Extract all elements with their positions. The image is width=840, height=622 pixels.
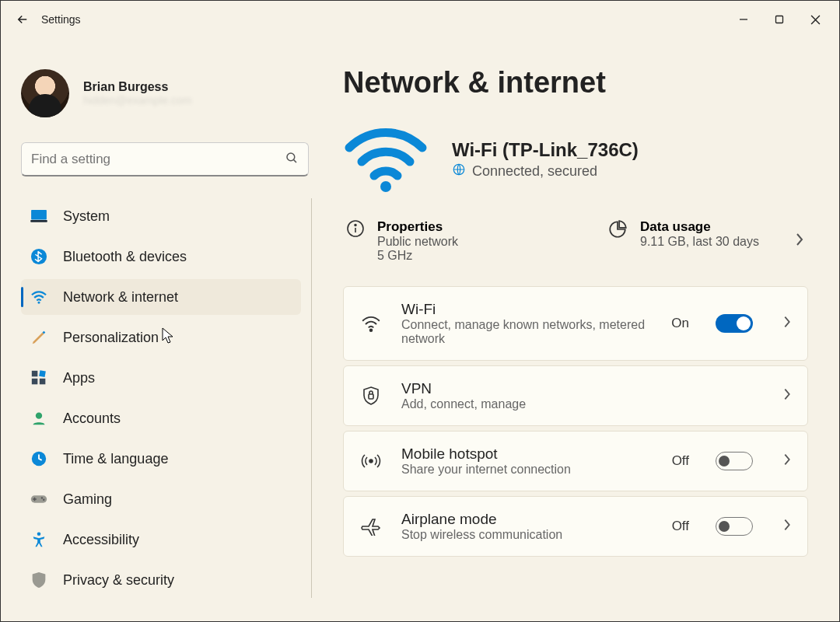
network-status: Connected, secured [472, 163, 597, 180]
avatar [21, 69, 69, 117]
personalization-icon [30, 329, 47, 346]
back-button[interactable] [7, 4, 38, 35]
wifi-large-icon [343, 124, 429, 194]
svg-point-18 [380, 181, 391, 192]
sidebar-item-label: Personalization [63, 330, 159, 346]
current-network: Wi-Fi (TP-Link_736C) Connected, secured [343, 124, 808, 194]
globe-icon [452, 162, 466, 180]
card-title: Mobile hotspot [401, 446, 653, 463]
card-title: VPN [401, 380, 764, 397]
svg-rect-9 [39, 370, 46, 377]
toggle-label: On [671, 316, 689, 331]
card-hotspot[interactable]: Mobile hotspot Share your internet conne… [343, 431, 808, 491]
sidebar-item-label: Apps [63, 370, 95, 386]
system-icon [30, 208, 47, 225]
accessibility-icon [30, 531, 47, 548]
sidebar-item-bluetooth[interactable]: Bluetooth & devices [21, 239, 301, 274]
sidebar-item-privacy[interactable]: Privacy & security [21, 562, 301, 598]
card-sub: Stop wireless communication [401, 528, 653, 542]
svg-point-22 [355, 225, 356, 226]
shield-lock-icon [359, 386, 383, 406]
svg-rect-10 [32, 379, 38, 385]
data-usage-line: 9.11 GB, last 30 days [640, 235, 759, 249]
card-airplane[interactable]: Airplane mode Stop wireless communicatio… [343, 496, 808, 557]
close-button[interactable] [797, 7, 833, 32]
svg-line-3 [294, 159, 296, 162]
svg-point-12 [36, 413, 42, 419]
chevron-right-icon[interactable] [782, 518, 792, 535]
hotspot-toggle[interactable] [716, 452, 753, 470]
chevron-right-icon[interactable] [794, 232, 805, 250]
hotspot-icon [359, 453, 383, 470]
search-input[interactable] [31, 152, 285, 167]
search-icon [285, 151, 299, 168]
sidebar-item-label: Bluetooth & devices [63, 249, 187, 265]
chevron-right-icon[interactable] [782, 315, 792, 332]
card-wifi[interactable]: Wi-Fi Connect, manage known networks, me… [343, 286, 808, 361]
chevron-right-icon[interactable] [782, 453, 792, 470]
svg-point-17 [37, 532, 41, 536]
card-vpn[interactable]: VPN Add, connect, manage [343, 365, 808, 426]
window-title: Settings [41, 13, 81, 26]
svg-point-23 [370, 329, 373, 331]
toggle-label: Off [672, 519, 689, 534]
card-sub: Add, connect, manage [401, 397, 764, 411]
card-sub: Connect, manage known networks, metered … [401, 318, 653, 346]
svg-rect-24 [369, 394, 373, 399]
wifi-toggle[interactable] [716, 314, 753, 333]
minimize-button[interactable] [726, 7, 761, 32]
window-controls [726, 7, 833, 32]
privacy-icon [30, 571, 47, 589]
sidebar-item-apps[interactable]: Apps [21, 360, 301, 396]
svg-point-15 [41, 497, 43, 498]
svg-rect-5 [30, 220, 47, 222]
data-usage-block[interactable]: Data usage 9.11 GB, last 30 days [607, 219, 779, 249]
sidebar-item-label: Accounts [63, 411, 121, 427]
sidebar-item-accounts[interactable]: Accounts [21, 400, 301, 436]
sidebar-item-label: Time & language [63, 451, 168, 467]
sidebar-item-personalization[interactable]: Personalization [21, 320, 301, 355]
properties-title: Properties [377, 219, 458, 235]
network-status-row: Connected, secured [452, 162, 639, 180]
sidebar-item-network[interactable]: Network & internet [21, 279, 301, 315]
titlebar: Settings [1, 1, 839, 38]
sidebar-item-gaming[interactable]: Gaming [21, 481, 301, 517]
settings-cards: Wi-Fi Connect, manage known networks, me… [343, 286, 808, 557]
svg-rect-8 [32, 371, 38, 377]
wifi-icon [30, 288, 47, 306]
page-heading: Network & internet [343, 66, 808, 100]
airplane-toggle[interactable] [716, 517, 753, 536]
card-title: Wi-Fi [401, 301, 653, 318]
sidebar-item-accessibility[interactable]: Accessibility [21, 522, 301, 557]
svg-rect-11 [40, 379, 46, 385]
content: Network & internet Wi-Fi (TP-Link_736C) … [312, 38, 839, 621]
sidebar-item-time-language[interactable]: Time & language [21, 441, 301, 477]
svg-point-16 [43, 499, 44, 501]
user-email: hidden@example.com [83, 94, 192, 107]
network-name: Wi-Fi (TP-Link_736C) [452, 139, 639, 161]
sidebar-item-label: Network & internet [63, 289, 178, 306]
card-title: Airplane mode [401, 511, 653, 528]
sidebar-item-label: Gaming [63, 491, 112, 508]
user-name: Brian Burgess [83, 80, 192, 94]
svg-point-7 [38, 302, 40, 304]
apps-icon [30, 369, 47, 386]
bluetooth-icon [30, 248, 47, 265]
properties-block[interactable]: Properties Public network 5 GHz [346, 219, 592, 263]
sidebar: Brian Burgess hidden@example.com System [1, 38, 312, 621]
properties-line2: 5 GHz [377, 249, 458, 263]
nav: System Bluetooth & devices Network & int… [21, 198, 312, 598]
svg-rect-1 [776, 16, 783, 23]
svg-rect-4 [31, 210, 47, 220]
sidebar-item-label: Privacy & security [63, 572, 174, 589]
svg-point-2 [287, 153, 295, 161]
chevron-right-icon[interactable] [782, 387, 792, 404]
properties-line1: Public network [377, 235, 458, 249]
maximize-button[interactable] [761, 7, 797, 32]
sidebar-item-system[interactable]: System [21, 198, 301, 234]
info-row: Properties Public network 5 GHz Data usa… [343, 213, 808, 278]
user-block[interactable]: Brian Burgess hidden@example.com [21, 69, 312, 117]
search-box[interactable] [21, 142, 309, 176]
time-language-icon [30, 450, 47, 467]
data-usage-title: Data usage [640, 219, 759, 235]
